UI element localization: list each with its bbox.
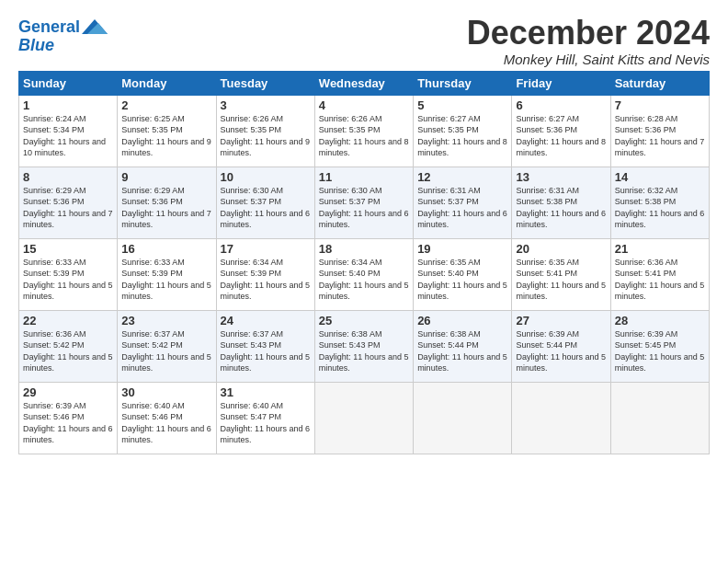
calendar-cell: 24 Sunrise: 6:37 AMSunset: 5:43 PMDaylig… (216, 310, 314, 382)
calendar-cell: 3 Sunrise: 6:26 AMSunset: 5:35 PMDayligh… (216, 95, 314, 167)
day-number: 3 (221, 98, 311, 112)
calendar-cell: 15 Sunrise: 6:33 AMSunset: 5:39 PMDaylig… (19, 238, 118, 310)
day-info: Sunrise: 6:38 AMSunset: 5:44 PMDaylight:… (417, 329, 507, 373)
calendar-cell: 5 Sunrise: 6:27 AMSunset: 5:35 PMDayligh… (414, 95, 512, 167)
calendar-table: SundayMondayTuesdayWednesdayThursdayFrid… (18, 71, 710, 454)
day-number: 30 (121, 385, 211, 399)
calendar-cell: 17 Sunrise: 6:34 AMSunset: 5:39 PMDaylig… (216, 238, 314, 310)
day-info: Sunrise: 6:39 AMSunset: 5:44 PMDaylight:… (516, 329, 606, 373)
calendar-cell: 14 Sunrise: 6:32 AMSunset: 5:38 PMDaylig… (610, 167, 709, 238)
day-number: 2 (121, 98, 211, 112)
calendar-cell: 28 Sunrise: 6:39 AMSunset: 5:45 PMDaylig… (610, 310, 709, 382)
day-info: Sunrise: 6:34 AMSunset: 5:39 PMDaylight:… (221, 258, 311, 302)
day-info: Sunrise: 6:28 AMSunset: 5:36 PMDaylight:… (615, 114, 705, 158)
day-info: Sunrise: 6:40 AMSunset: 5:46 PMDaylight:… (121, 401, 211, 445)
day-number: 16 (121, 242, 211, 256)
day-number: 6 (516, 98, 606, 112)
calendar-cell: 11 Sunrise: 6:30 AMSunset: 5:37 PMDaylig… (314, 167, 413, 238)
day-number: 13 (516, 170, 606, 184)
day-number: 21 (615, 242, 705, 256)
day-info: Sunrise: 6:27 AMSunset: 5:36 PMDaylight:… (516, 114, 606, 158)
day-number: 10 (221, 170, 311, 184)
day-number: 1 (23, 98, 113, 112)
col-header-tuesday: Tuesday (216, 71, 314, 95)
col-header-sunday: Sunday (19, 71, 118, 95)
logo-blue: Blue (18, 37, 54, 55)
day-number: 15 (23, 242, 113, 256)
col-header-wednesday: Wednesday (314, 71, 413, 95)
calendar-cell (512, 382, 610, 454)
day-info: Sunrise: 6:38 AMSunset: 5:43 PMDaylight:… (319, 329, 409, 373)
day-info: Sunrise: 6:35 AMSunset: 5:41 PMDaylight:… (516, 258, 606, 302)
day-number: 25 (319, 314, 409, 327)
logo-icon (82, 17, 108, 36)
day-number: 22 (23, 314, 113, 327)
day-info: Sunrise: 6:33 AMSunset: 5:39 PMDaylight:… (121, 258, 211, 302)
day-number: 17 (221, 242, 311, 256)
day-number: 19 (417, 242, 507, 256)
col-header-saturday: Saturday (610, 71, 709, 95)
calendar-cell: 27 Sunrise: 6:39 AMSunset: 5:44 PMDaylig… (512, 310, 610, 382)
day-info: Sunrise: 6:36 AMSunset: 5:41 PMDaylight:… (615, 258, 705, 302)
day-info: Sunrise: 6:26 AMSunset: 5:35 PMDaylight:… (319, 114, 409, 158)
calendar-cell: 23 Sunrise: 6:37 AMSunset: 5:42 PMDaylig… (118, 310, 216, 382)
calendar-cell: 7 Sunrise: 6:28 AMSunset: 5:36 PMDayligh… (610, 95, 709, 167)
day-number: 23 (121, 314, 211, 327)
day-info: Sunrise: 6:32 AMSunset: 5:38 PMDaylight:… (615, 186, 705, 230)
calendar-cell: 10 Sunrise: 6:30 AMSunset: 5:37 PMDaylig… (216, 167, 314, 238)
calendar-cell (314, 382, 413, 454)
month-title: December 2024 (467, 15, 710, 52)
day-info: Sunrise: 6:37 AMSunset: 5:42 PMDaylight:… (121, 329, 211, 373)
calendar-week-3: 15 Sunrise: 6:33 AMSunset: 5:39 PMDaylig… (19, 238, 710, 310)
calendar-cell: 8 Sunrise: 6:29 AMSunset: 5:36 PMDayligh… (19, 167, 118, 238)
day-info: Sunrise: 6:36 AMSunset: 5:42 PMDaylight:… (23, 329, 113, 373)
header: General Blue December 2024 Monkey Hill, … (18, 15, 710, 67)
day-number: 12 (417, 170, 507, 184)
day-info: Sunrise: 6:31 AMSunset: 5:38 PMDaylight:… (516, 186, 606, 230)
day-info: Sunrise: 6:35 AMSunset: 5:40 PMDaylight:… (417, 258, 507, 302)
calendar-cell: 1 Sunrise: 6:24 AMSunset: 5:34 PMDayligh… (19, 95, 118, 167)
day-number: 28 (615, 314, 705, 327)
day-info: Sunrise: 6:29 AMSunset: 5:36 PMDaylight:… (23, 186, 113, 230)
logo-text: General (18, 18, 80, 37)
day-number: 18 (319, 242, 409, 256)
calendar-week-5: 29 Sunrise: 6:39 AMSunset: 5:46 PMDaylig… (19, 382, 710, 454)
calendar-cell: 29 Sunrise: 6:39 AMSunset: 5:46 PMDaylig… (19, 382, 118, 454)
calendar-cell: 25 Sunrise: 6:38 AMSunset: 5:43 PMDaylig… (314, 310, 413, 382)
day-number: 9 (121, 170, 211, 184)
day-info: Sunrise: 6:30 AMSunset: 5:37 PMDaylight:… (221, 186, 311, 230)
col-header-thursday: Thursday (414, 71, 512, 95)
day-info: Sunrise: 6:40 AMSunset: 5:47 PMDaylight:… (221, 401, 311, 445)
day-info: Sunrise: 6:27 AMSunset: 5:35 PMDaylight:… (417, 114, 507, 158)
calendar-week-4: 22 Sunrise: 6:36 AMSunset: 5:42 PMDaylig… (19, 310, 710, 382)
day-number: 11 (319, 170, 409, 184)
day-info: Sunrise: 6:24 AMSunset: 5:34 PMDaylight:… (23, 114, 106, 158)
day-info: Sunrise: 6:26 AMSunset: 5:35 PMDaylight:… (221, 114, 311, 158)
day-number: 27 (516, 314, 606, 327)
calendar-cell: 22 Sunrise: 6:36 AMSunset: 5:42 PMDaylig… (19, 310, 118, 382)
day-info: Sunrise: 6:30 AMSunset: 5:37 PMDaylight:… (319, 186, 409, 230)
calendar-cell: 13 Sunrise: 6:31 AMSunset: 5:38 PMDaylig… (512, 167, 610, 238)
day-info: Sunrise: 6:29 AMSunset: 5:36 PMDaylight:… (121, 186, 211, 230)
day-info: Sunrise: 6:31 AMSunset: 5:37 PMDaylight:… (417, 186, 507, 230)
day-info: Sunrise: 6:33 AMSunset: 5:39 PMDaylight:… (23, 258, 113, 302)
logo: General Blue (18, 18, 108, 55)
col-header-monday: Monday (118, 71, 216, 95)
day-number: 8 (23, 170, 113, 184)
day-info: Sunrise: 6:37 AMSunset: 5:43 PMDaylight:… (221, 329, 311, 373)
page: General Blue December 2024 Monkey Hill, … (0, 0, 728, 464)
calendar-cell: 21 Sunrise: 6:36 AMSunset: 5:41 PMDaylig… (610, 238, 709, 310)
calendar-cell: 18 Sunrise: 6:34 AMSunset: 5:40 PMDaylig… (314, 238, 413, 310)
day-number: 29 (23, 385, 113, 399)
calendar-cell: 9 Sunrise: 6:29 AMSunset: 5:36 PMDayligh… (118, 167, 216, 238)
col-header-friday: Friday (512, 71, 610, 95)
day-number: 14 (615, 170, 705, 184)
day-info: Sunrise: 6:25 AMSunset: 5:35 PMDaylight:… (121, 114, 211, 158)
calendar-cell: 20 Sunrise: 6:35 AMSunset: 5:41 PMDaylig… (512, 238, 610, 310)
day-info: Sunrise: 6:39 AMSunset: 5:45 PMDaylight:… (615, 329, 705, 373)
calendar-cell: 6 Sunrise: 6:27 AMSunset: 5:36 PMDayligh… (512, 95, 610, 167)
logo-general: General (18, 17, 80, 36)
header-row: SundayMondayTuesdayWednesdayThursdayFrid… (19, 71, 710, 95)
calendar-cell: 2 Sunrise: 6:25 AMSunset: 5:35 PMDayligh… (118, 95, 216, 167)
calendar-cell: 19 Sunrise: 6:35 AMSunset: 5:40 PMDaylig… (414, 238, 512, 310)
